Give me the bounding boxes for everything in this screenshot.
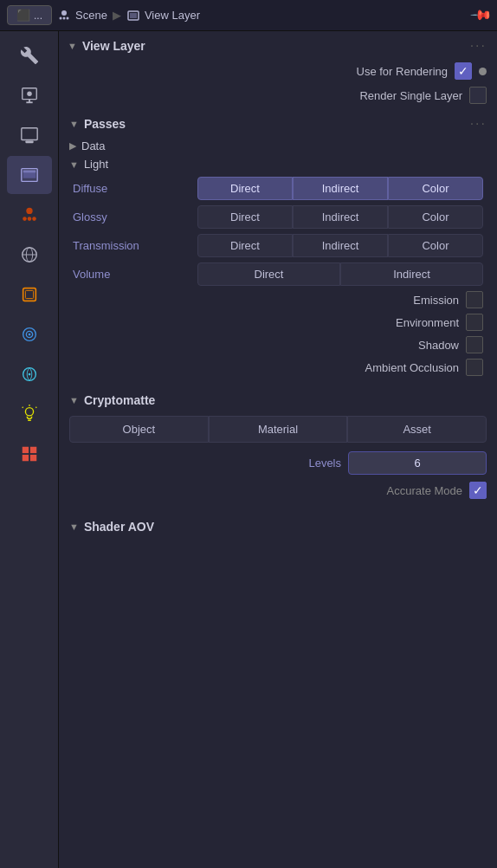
accurate-mode-label: Accurate Mode (387, 484, 462, 497)
svg-point-27 (28, 334, 30, 336)
output-icon (20, 126, 39, 145)
sidebar-item-output[interactable] (7, 116, 52, 154)
transmission-indirect-btn[interactable]: Indirect (293, 234, 388, 257)
shader-aov-collapse-arrow[interactable]: ▼ (69, 521, 79, 532)
light-subsection: ▼ Light Diffuse Direct Indirect Color Gl… (66, 155, 490, 381)
svg-point-29 (28, 373, 30, 376)
content-panel: ▼ View Layer ··· Use for Rendering ✓ Ren… (59, 31, 497, 868)
pin-icon[interactable]: 📌 (469, 3, 494, 28)
render-icon (20, 86, 39, 105)
passes-collapse-arrow[interactable]: ▼ (69, 119, 79, 129)
emission-checkbox[interactable] (466, 291, 483, 308)
diffuse-indirect-btn[interactable]: Indirect (293, 177, 388, 200)
svg-point-19 (32, 217, 36, 221)
light-section-title: Light (84, 158, 108, 171)
accurate-mode-row: Accurate Mode ✓ (66, 478, 490, 502)
passes-header: ▼ Passes ··· (66, 111, 490, 137)
glossy-label: Glossy (73, 211, 194, 223)
diffuse-color-btn[interactable]: Color (388, 177, 483, 200)
shader-aov-section: ▼ Shader AOV (59, 515, 497, 547)
lightbulb-icon (20, 405, 39, 424)
cryptomatte-material-btn[interactable]: Material (209, 416, 348, 443)
environment-row: Environment (69, 311, 487, 334)
particles-icon (20, 365, 39, 384)
panel-dots[interactable]: ··· (470, 38, 487, 54)
panel-collapse-arrow[interactable]: ▼ (68, 41, 77, 51)
svg-rect-10 (21, 128, 36, 140)
scene-label: Scene (75, 9, 107, 22)
sidebar-item-scene[interactable] (7, 196, 52, 234)
workspace-label: ... (34, 10, 42, 22)
breadcrumb-viewlayer[interactable]: View Layer (126, 9, 200, 23)
cryptomatte-title: Cryptomatte (84, 393, 155, 407)
glossy-indirect-btn[interactable]: Indirect (293, 205, 388, 229)
svg-point-2 (63, 16, 66, 19)
cryptomatte-asset-btn[interactable]: Asset (347, 416, 487, 443)
volume-indirect-btn[interactable]: Indirect (340, 262, 483, 286)
svg-rect-24 (25, 290, 33, 298)
cryptomatte-collapse-arrow[interactable]: ▼ (69, 395, 79, 405)
svg-point-17 (23, 217, 27, 221)
viewlayer-icon (126, 9, 140, 23)
shadow-row: Shadow (69, 334, 487, 356)
render-single-layer-checkbox[interactable] (469, 87, 487, 104)
ambient-occlusion-row: Ambient Occlusion (69, 356, 487, 379)
diffuse-direct-btn[interactable]: Direct (197, 177, 293, 200)
svg-rect-15 (23, 171, 36, 173)
sidebar-item-particles[interactable] (7, 355, 52, 393)
glossy-row: Glossy Direct Indirect Color (69, 203, 487, 231)
breadcrumb-scene[interactable]: Scene (57, 9, 107, 23)
svg-line-33 (22, 407, 23, 408)
data-collapse-arrow: ▶ (69, 140, 76, 152)
svg-rect-35 (22, 447, 28, 453)
shader-aov-header: ▼ Shader AOV (66, 515, 490, 539)
svg-rect-12 (25, 140, 33, 143)
volume-label: Volume (73, 268, 194, 281)
sidebar-item-material[interactable] (7, 435, 52, 473)
sidebar-item-world[interactable] (7, 236, 52, 274)
shadow-checkbox[interactable] (466, 336, 483, 353)
use-for-rendering-row: Use for Rendering ✓ (59, 59, 497, 83)
ambient-occlusion-checkbox[interactable] (466, 359, 483, 376)
cryptomatte-object-btn[interactable]: Object (69, 416, 209, 443)
data-subsection: ▶ Data (66, 137, 490, 155)
glossy-direct-btn[interactable]: Direct (197, 205, 293, 229)
use-for-rendering-checkbox[interactable]: ✓ (455, 62, 472, 80)
transmission-color-btn[interactable]: Color (388, 234, 483, 257)
transmission-row: Transmission Direct Indirect Color (69, 231, 487, 260)
data-collapse-header[interactable]: ▶ Data (69, 139, 487, 152)
levels-input[interactable] (348, 451, 487, 475)
glossy-color-btn[interactable]: Color (388, 205, 483, 229)
transmission-label: Transmission (73, 239, 194, 252)
svg-point-16 (26, 208, 32, 214)
modifiers-icon (20, 325, 39, 344)
svg-line-34 (36, 407, 36, 408)
wrench-icon (20, 46, 39, 65)
sidebar-item-modifiers[interactable] (7, 315, 52, 353)
diffuse-label: Diffuse (73, 182, 194, 195)
svg-point-18 (27, 217, 31, 221)
sidebar-item-render[interactable] (7, 76, 52, 114)
viewlayer-label: View Layer (145, 9, 200, 22)
volume-direct-btn[interactable]: Direct (197, 262, 340, 286)
sidebar-item-object[interactable] (7, 275, 52, 314)
sidebar-item-viewlayer[interactable] (7, 156, 52, 194)
ambient-occlusion-label: Ambient Occlusion (365, 361, 459, 374)
sidebar-item-tools[interactable] (7, 36, 52, 74)
emission-row: Emission (69, 288, 487, 311)
light-collapse-header[interactable]: ▼ Light (69, 158, 487, 171)
render-single-layer-row: Render Single Layer (59, 83, 497, 107)
diffuse-row: Diffuse Direct Indirect Color (69, 174, 487, 203)
accurate-mode-checkbox[interactable]: ✓ (469, 482, 487, 499)
sidebar-item-light[interactable] (7, 395, 52, 433)
workspace-switcher[interactable]: ⬛ ... (7, 5, 52, 25)
transmission-direct-btn[interactable]: Direct (197, 234, 293, 257)
cryptomatte-header: ▼ Cryptomatte (66, 388, 490, 412)
object-icon (20, 285, 39, 304)
transmission-btn-group: Direct Indirect Color (197, 234, 483, 257)
passes-dots[interactable]: ··· (470, 116, 487, 132)
svg-point-3 (67, 16, 69, 19)
render-single-layer-label: Render Single Layer (359, 89, 462, 102)
environment-checkbox[interactable] (466, 314, 483, 331)
volume-row: Volume Direct Indirect (69, 260, 487, 288)
